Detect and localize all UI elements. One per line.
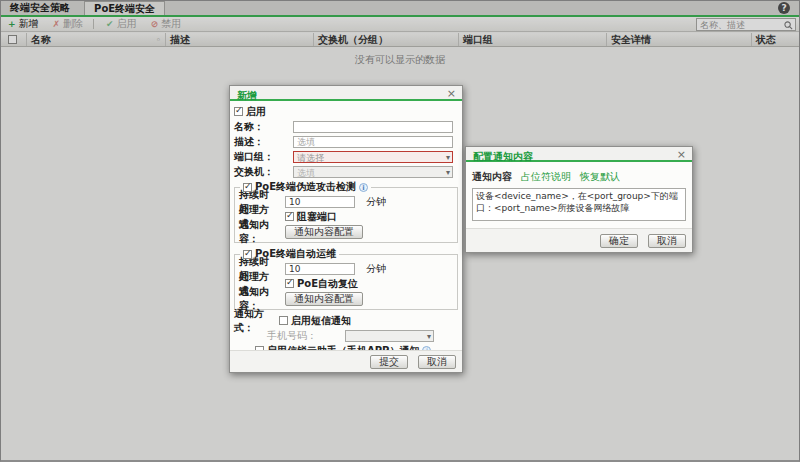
block-port-label: 阻塞端口 [297, 210, 337, 224]
sms-notify-checkbox[interactable] [279, 316, 288, 325]
notify-content-label: 通知内容 [472, 170, 512, 184]
notify-content-row: 通知内容： 通知内容配置 [237, 225, 457, 238]
add-dialog: 新增 × 启用 名称： 描述： 端口组： 请选择 ▾ [229, 85, 463, 373]
chevron-down-icon: ▾ [427, 331, 431, 342]
notify-content-config-button[interactable]: 通知内容配置 [285, 225, 363, 239]
ok-button[interactable]: 确定 [600, 234, 638, 248]
poe-auto-reset-label: PoE自动复位 [297, 277, 358, 291]
dialog-titlebar: 新增 × [230, 86, 462, 101]
portgroup-label: 端口组： [234, 150, 293, 164]
close-icon[interactable]: × [447, 86, 456, 101]
info-icon[interactable]: i [359, 183, 368, 192]
notify-content-toolbar: 通知内容 占位符说明 恢复默认 [472, 170, 686, 184]
auto-ops-section: PoE终端自动运维 持续时间： 分钟 处理方式： PoE自动复位 通知内容： 通… [234, 247, 458, 310]
phone-label: 手机号码： [267, 329, 345, 343]
description-label: 描述： [234, 135, 293, 149]
duration-input[interactable] [285, 263, 355, 275]
duration-unit: 分钟 [366, 195, 386, 209]
name-input[interactable] [293, 121, 453, 133]
dialog-title: 新增 [237, 90, 257, 101]
duration-unit: 分钟 [366, 262, 386, 276]
switch-select-value: 选填 [297, 168, 315, 178]
notify-content-row: 通知内容： 通知内容配置 [237, 292, 457, 305]
dialog-titlebar: 配置通知内容 × [466, 147, 692, 162]
poe-auto-reset-checkbox[interactable] [285, 279, 294, 288]
forgery-detection-checkbox[interactable] [243, 183, 252, 192]
notify-content-label: 通知内容： [237, 218, 285, 246]
app-window: 终端安全策略 PoE终端安全 ? + 新增 ✗ 删除 ✔ 启用 ⊘ 禁用 [0, 0, 800, 462]
name-row: 名称： [234, 120, 458, 133]
sms-notify-label: 启用短信通知 [291, 314, 351, 328]
close-icon[interactable]: × [677, 147, 686, 162]
enable-label: 启用 [246, 105, 266, 119]
switch-select[interactable]: 选填 ▾ [293, 166, 453, 178]
portgroup-select-value: 请选择 [297, 153, 324, 163]
dialog-body: 启用 名称： 描述： 端口组： 请选择 ▾ 交换机： 选填 [230, 101, 462, 357]
enable-checkbox[interactable] [234, 107, 243, 116]
forgery-detection-section: PoE终端伪造攻击检测 i 持续时间： 分钟 处理方式： 阻塞端口 通知内容： … [234, 180, 458, 243]
block-port-checkbox[interactable] [285, 212, 294, 221]
switch-row: 交换机： 选填 ▾ [234, 165, 458, 178]
placeholder-help-link[interactable]: 占位符说明 [521, 170, 571, 184]
description-input[interactable] [293, 136, 453, 148]
name-label: 名称： [234, 120, 293, 134]
dialog-title: 配置通知内容 [473, 151, 533, 162]
enable-row: 启用 [234, 105, 458, 118]
notify-content-config-button[interactable]: 通知内容配置 [285, 292, 363, 306]
cancel-button[interactable]: 取消 [648, 234, 686, 248]
portgroup-select[interactable]: 请选择 ▾ [293, 151, 453, 163]
portgroup-row: 端口组： 请选择 ▾ [234, 150, 458, 163]
submit-button[interactable]: 提交 [370, 355, 408, 369]
chevron-down-icon: ▾ [446, 152, 450, 163]
restore-default-link[interactable]: 恢复默认 [580, 170, 620, 184]
phone-select[interactable]: ▾ [345, 330, 434, 342]
dialog-footer: 确定 取消 [466, 228, 692, 252]
auto-ops-checkbox[interactable] [243, 250, 252, 259]
notify-content-textarea[interactable]: 设备<device_name>，在<port_group>下的端口：<port_… [472, 188, 686, 221]
description-row: 描述： [234, 135, 458, 148]
phone-row: 手机号码： ▾ [234, 329, 458, 342]
switch-label: 交换机： [234, 165, 293, 179]
chevron-down-icon: ▾ [446, 167, 450, 178]
notify-content-dialog: 配置通知内容 × 通知内容 占位符说明 恢复默认 设备<device_name>… [465, 146, 693, 253]
dialog-footer: 提交 取消 [230, 350, 462, 372]
duration-input[interactable] [285, 196, 355, 208]
cancel-button[interactable]: 取消 [418, 355, 456, 369]
dialog-body: 通知内容 占位符说明 恢复默认 设备<device_name>，在<port_g… [466, 162, 692, 223]
sms-notify-row: 通知方式： 启用短信通知 [234, 314, 458, 327]
